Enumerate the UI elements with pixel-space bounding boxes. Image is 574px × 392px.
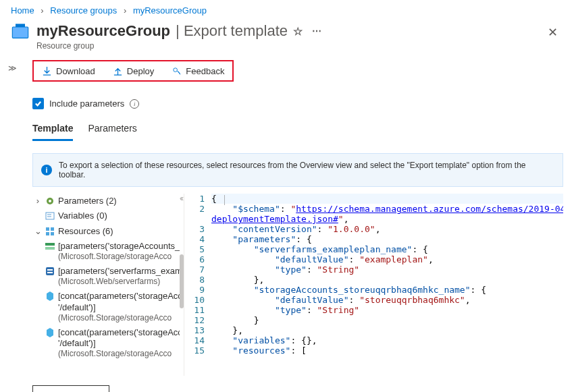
tree-node-variables[interactable]: Variables (0) <box>32 208 180 223</box>
copy-template-button[interactable]: Copy template <box>32 385 109 392</box>
serverfarm-icon <box>45 266 55 277</box>
more-menu-icon[interactable]: ⋯ <box>308 26 325 36</box>
info-circle-icon: i <box>41 165 52 175</box>
feedback-button[interactable]: Feedback <box>169 65 227 78</box>
breadcrumb-group[interactable]: Resource groups <box>50 5 117 16</box>
info-icon[interactable]: i <box>130 99 139 109</box>
svg-point-2 <box>174 67 178 72</box>
breadcrumb-sep: › <box>124 5 126 16</box>
svg-point-4 <box>49 200 51 202</box>
svg-rect-1 <box>16 24 25 27</box>
svg-rect-9 <box>51 232 54 235</box>
svg-rect-0 <box>12 27 28 38</box>
variables-icon <box>45 211 55 221</box>
tree-resource-item[interactable]: [concat(parameters('storageAcc'/default'… <box>32 325 180 362</box>
storage-resource-icon <box>45 291 55 302</box>
tree-resource-item[interactable]: [parameters('serverfarms_exam(Microsoft.… <box>32 264 180 289</box>
breadcrumb-home[interactable]: Home <box>11 5 34 16</box>
tab-bar: Template Parameters <box>32 119 563 141</box>
info-banner: i To export a selection of these resourc… <box>32 153 563 187</box>
include-parameters-label: Include parameters <box>49 99 124 109</box>
svg-rect-14 <box>47 272 53 273</box>
command-bar: Download Deploy Feedback <box>32 60 234 82</box>
storage-resource-icon <box>45 327 55 338</box>
breadcrumb-current[interactable]: myResourceGroup <box>133 5 207 16</box>
feedback-icon <box>172 66 182 76</box>
chevron-down-icon: ⌄ <box>34 226 42 237</box>
svg-rect-5 <box>46 213 54 219</box>
parameters-icon <box>45 196 55 206</box>
deploy-icon <box>113 66 123 76</box>
tree-node-resources[interactable]: ⌄ Resources (6) <box>32 224 180 239</box>
resource-tree: ‹‹ › Parameters (2) Variables (0) ⌄ Reso… <box>32 194 184 376</box>
favorite-star-icon[interactable]: ☆ <box>293 25 303 38</box>
deploy-button[interactable]: Deploy <box>110 65 157 78</box>
breadcrumb: Home › Resource groups › myResourceGroup <box>0 0 574 18</box>
storage-account-icon <box>45 241 55 252</box>
svg-rect-10 <box>45 243 55 246</box>
breadcrumb-sep: › <box>41 5 43 16</box>
tree-resource-item[interactable]: [parameters('storageAccounts_s(Microsoft… <box>32 239 180 264</box>
expand-menu-icon[interactable]: ≫ <box>8 63 17 73</box>
tree-resource-item[interactable]: [concat(parameters('storageAcc'/default'… <box>32 289 180 325</box>
chevron-right-icon: › <box>34 196 42 206</box>
info-text: To export a selection of these resources… <box>59 161 554 179</box>
svg-rect-6 <box>46 227 49 231</box>
svg-rect-12 <box>46 267 54 275</box>
resources-icon <box>45 226 55 237</box>
collapse-tree-icon[interactable]: ‹‹ <box>180 194 182 203</box>
tab-template[interactable]: Template <box>32 119 73 141</box>
download-icon <box>42 66 52 76</box>
close-icon[interactable]: ✕ <box>542 22 563 43</box>
resource-type-label: Resource group <box>36 41 542 51</box>
template-editor[interactable]: 1{ 2 "$schema": "https://schema.manageme… <box>184 194 563 376</box>
resource-group-icon <box>11 22 30 41</box>
include-parameters-checkbox[interactable] <box>32 98 44 109</box>
svg-rect-8 <box>46 232 49 235</box>
svg-rect-7 <box>51 227 54 231</box>
tab-parameters[interactable]: Parameters <box>88 119 136 141</box>
svg-rect-11 <box>45 247 55 250</box>
svg-rect-13 <box>47 269 53 271</box>
tree-node-parameters[interactable]: › Parameters (2) <box>32 194 180 208</box>
download-button[interactable]: Download <box>39 65 98 78</box>
page-title: myResourceGroup | Export template ☆ ⋯ <box>36 22 542 40</box>
page-header: myResourceGroup | Export template ☆ ⋯ Re… <box>0 18 574 55</box>
